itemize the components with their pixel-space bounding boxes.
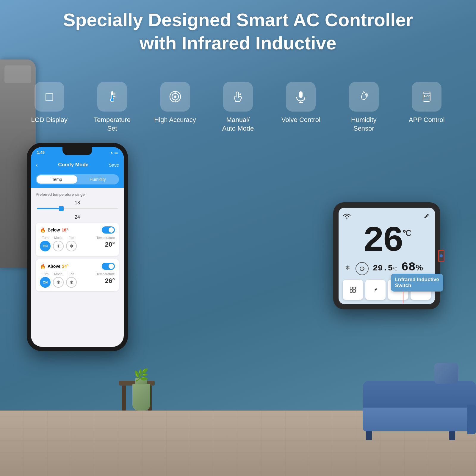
slider-max-value: 24 xyxy=(36,214,119,220)
rule1-toggle[interactable] xyxy=(102,226,115,234)
high-accuracy-label: High Accuracy xyxy=(154,116,196,124)
svg-point-25 xyxy=(375,289,376,290)
device-top-row xyxy=(343,212,431,222)
plant-stems: 🌿 xyxy=(128,369,155,381)
rule1-title: 🔥 Below 18° xyxy=(40,227,68,233)
lcd-display-icon-box: □ xyxy=(35,82,64,112)
ir-sensor xyxy=(438,250,444,262)
app-control-icon-box: APP xyxy=(412,82,441,112)
smart-ac-device: 26℃ ❄ ⏻ 29.5℃ 68% xyxy=(333,202,440,309)
rule2-toggle[interactable] xyxy=(102,263,115,270)
sofa-arm-right xyxy=(467,405,476,434)
rule2-title: 🔥 Above 24° xyxy=(40,264,68,269)
features-row: □ LCD Display Temperature Set xyxy=(18,82,458,133)
rule1-fan-group: Fan ❄ xyxy=(66,236,77,251)
device-temp-unit: ℃ xyxy=(402,229,411,237)
device-temp-display: 26℃ xyxy=(343,223,431,259)
ir-label-line1: Lnfrared Inductive xyxy=(395,277,439,283)
mode-icon[interactable]: ☀ xyxy=(53,241,64,251)
lcd-display-label: LCD Display xyxy=(31,116,68,124)
battery-icon: ▬ xyxy=(115,151,118,154)
status-icons: ▲ ▬ xyxy=(110,151,118,154)
mode2-icon[interactable]: ❄ xyxy=(53,277,64,288)
rule-card-below: 🔥 Below 18° Turn ON Mode ☀ xyxy=(36,223,119,256)
app-content: Preferred temperature range ° 18 24 🔥 Be… xyxy=(31,188,124,298)
device-main-temp: 26 xyxy=(363,221,402,262)
slider-thumb[interactable] xyxy=(59,206,64,211)
device-sub-unit: ℃ xyxy=(393,267,397,271)
target-icon xyxy=(169,90,182,103)
title-line2: with Infrared Inductive xyxy=(0,32,476,55)
phone-mockup: 1:45 App Store ▲ ▬ ‹ Comfy Mode Save Tem… xyxy=(27,143,128,351)
turn2-label: Turn xyxy=(42,272,48,276)
ir-label-line2: Switch xyxy=(395,283,439,289)
rule1-title-text: Below xyxy=(48,228,60,232)
slider-track xyxy=(37,208,118,209)
device-wifi-icon xyxy=(343,212,351,221)
rule-card-above: 🔥 Above 24° Turn ON Mode ❄ xyxy=(36,259,119,291)
temp-set-label: Temperature Set xyxy=(88,116,136,133)
microphone-icon xyxy=(294,90,307,103)
rule2-temp-value: 26° xyxy=(105,277,115,285)
voice-control-icon-box xyxy=(286,82,316,112)
title-line1: Specially Designed Smart AC Controller xyxy=(0,8,476,32)
temp-set-icon-box xyxy=(97,82,127,112)
device-mode-button[interactable] xyxy=(343,280,363,300)
app-icon: APP xyxy=(420,90,433,103)
voice-control-label: Voive Control xyxy=(281,116,320,124)
snowflake-decoration: ❄ xyxy=(345,264,350,271)
rule1-header: 🔥 Below 18° xyxy=(40,226,115,234)
device-power-button[interactable]: ⏻ xyxy=(356,262,369,275)
thermometer-icon xyxy=(106,90,119,103)
humidity-sensor-icon-box xyxy=(349,82,379,112)
device-humidity-unit: % xyxy=(416,263,423,272)
slider-fill xyxy=(37,208,61,209)
sofa-leg-left xyxy=(366,431,372,440)
tab-bar: Temp Humidity xyxy=(31,172,124,188)
turn-label: Turn xyxy=(42,236,48,239)
ir-sensor-dot xyxy=(440,254,443,257)
app-header-title: Comfy Mode xyxy=(58,162,88,168)
wifi-status-icon: ▲ xyxy=(110,151,113,154)
fan2-icon[interactable]: ❄ xyxy=(66,277,77,288)
svg-rect-21 xyxy=(350,287,353,289)
rule2-title-text: Above xyxy=(48,264,60,269)
fan-icon-btn[interactable]: ❄ xyxy=(66,241,77,251)
mode-label: Mode xyxy=(54,236,62,239)
phone-outer-shell: 1:45 App Store ▲ ▬ ‹ Comfy Mode Save Tem… xyxy=(27,143,128,351)
feature-app-control: APP APP Control xyxy=(403,82,450,124)
device-sub-temp: 29.5 xyxy=(373,264,393,273)
rule2-header: 🔥 Above 24° xyxy=(40,263,115,270)
rule2-temp: 24° xyxy=(62,264,68,269)
manual-auto-icon-box xyxy=(223,82,253,112)
table-leg-left xyxy=(122,386,126,411)
rule2-temp-group: Temperature 26° xyxy=(96,272,115,288)
device-fan-button[interactable] xyxy=(365,280,386,300)
save-button[interactable]: Save xyxy=(109,162,119,167)
plant-decoration: 🌿 xyxy=(128,369,155,411)
temp-slider[interactable] xyxy=(36,207,119,213)
feature-humidity-sensor: Humidity Sensor xyxy=(340,82,388,133)
tab-humidity[interactable]: Humidity xyxy=(77,175,118,184)
feature-manual-auto: Manual/ Auto Mode xyxy=(214,82,262,133)
tab-temp[interactable]: Temp xyxy=(37,175,77,184)
status-time: 1:45 xyxy=(37,150,45,155)
turn-on-button[interactable]: ON xyxy=(40,241,51,251)
humidity-icon xyxy=(357,90,370,103)
turn2-on-button[interactable]: ON xyxy=(40,277,51,288)
device-body: 26℃ ❄ ⏻ 29.5℃ 68% xyxy=(333,202,440,309)
pref-temp-label: Preferred temperature range ° xyxy=(36,192,119,197)
high-accuracy-icon-box xyxy=(160,82,190,112)
touch-icon xyxy=(231,90,245,103)
svg-point-9 xyxy=(174,95,176,98)
phone-screen: 1:45 App Store ▲ ▬ ‹ Comfy Mode Save Tem… xyxy=(31,147,124,347)
svg-rect-24 xyxy=(353,290,356,292)
lcd-display-icon: □ xyxy=(46,90,53,104)
temperature-label: Temperature xyxy=(96,236,115,239)
phone-notch xyxy=(62,147,92,155)
rule2-turn-group: Turn ON xyxy=(40,272,51,288)
app-control-label: APP Control xyxy=(409,116,445,124)
svg-point-12 xyxy=(239,93,241,95)
fan2-label: Fan xyxy=(69,272,74,276)
back-button[interactable]: ‹ xyxy=(36,162,38,168)
